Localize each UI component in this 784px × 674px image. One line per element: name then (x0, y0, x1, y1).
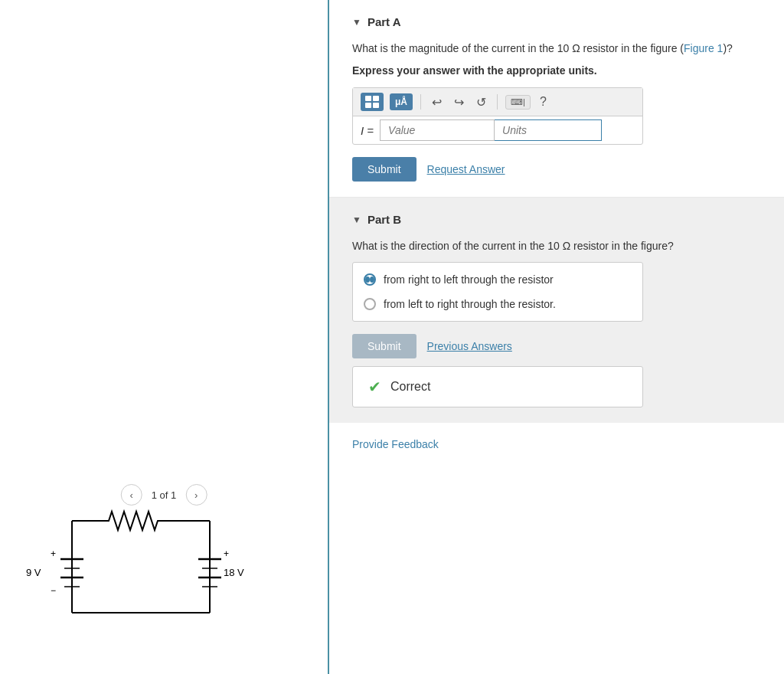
part-b-question: What is the direction of the current in … (352, 238, 753, 254)
left-panel: ‹ 1 of 1 › + (0, 0, 329, 674)
svg-text:+: + (51, 548, 56, 559)
svg-text:−: − (51, 585, 56, 596)
figure-link[interactable]: Figure 1 (684, 42, 723, 54)
request-answer-button[interactable]: Request Answer (427, 163, 505, 175)
part-b-label: Part B (368, 213, 401, 226)
mu-icon-button[interactable]: μÅ (390, 93, 413, 110)
part-b-header: ▼ Part B (352, 213, 753, 226)
provide-feedback-link[interactable]: Provide Feedback (329, 423, 784, 466)
grid-icon-button[interactable] (361, 93, 384, 111)
math-variable: I = (361, 124, 374, 137)
part-a-question: What is the magnitude of the current in … (352, 41, 753, 57)
svg-text:+: + (224, 548, 229, 559)
help-button[interactable]: ? (537, 93, 550, 110)
correct-text: Correct (390, 380, 430, 394)
radio-option-1[interactable]: from right to left through the resistor (364, 267, 632, 292)
value-input[interactable] (380, 119, 495, 141)
part-a-label: Part A (368, 15, 401, 28)
radio-circle-1 (364, 273, 376, 286)
part-a-instruction: Express your answer with the appropriate… (352, 64, 753, 77)
part-b-section: ▼ Part B What is the direction of the cu… (329, 198, 784, 423)
check-icon: ✔ (368, 378, 381, 396)
undo-button[interactable]: ↩ (429, 93, 445, 111)
circuit-svg: + − 9 V + 18 V (18, 483, 263, 651)
keyboard-button[interactable]: ⌨| (505, 95, 531, 110)
part-a-header: ▼ Part A (352, 15, 753, 28)
previous-answers-button[interactable]: Previous Answers (427, 340, 512, 352)
part-a-section: ▼ Part A What is the magnitude of the cu… (329, 0, 784, 198)
part-b-buttons: Submit Previous Answers (352, 334, 753, 358)
math-input-row: I = (353, 116, 642, 144)
radio-label-1: from right to left through the resistor (384, 273, 554, 286)
units-input[interactable] (495, 119, 602, 141)
part-a-buttons: Submit Request Answer (352, 157, 753, 182)
correct-box: ✔ Correct (352, 366, 643, 407)
math-toolbar: μÅ ↩ ↪ ↺ ⌨| ? (353, 88, 642, 116)
collapse-icon-b[interactable]: ▼ (352, 214, 361, 225)
math-input-box: μÅ ↩ ↪ ↺ ⌨| ? I = (352, 87, 643, 145)
radio-option-2[interactable]: from left to right through the resistor. (364, 292, 632, 316)
part-b-submit-button[interactable]: Submit (352, 334, 416, 358)
toolbar-separator-1 (420, 94, 421, 110)
reload-button[interactable]: ↺ (473, 93, 489, 111)
svg-text:18 V: 18 V (224, 567, 244, 578)
part-a-submit-button[interactable]: Submit (352, 157, 416, 182)
collapse-icon-a[interactable]: ▼ (352, 17, 361, 28)
redo-button[interactable]: ↪ (451, 93, 467, 111)
toolbar-separator-2 (497, 94, 498, 110)
svg-text:9 V: 9 V (26, 567, 41, 578)
radio-group: from right to left through the resistor … (352, 262, 643, 322)
circuit-diagram: + − 9 V + 18 V (18, 483, 309, 651)
right-panel: ▼ Part A What is the magnitude of the cu… (329, 0, 784, 674)
radio-circle-2 (364, 298, 376, 310)
radio-label-2: from left to right through the resistor. (384, 298, 556, 310)
mu-symbol: μÅ (395, 97, 407, 107)
